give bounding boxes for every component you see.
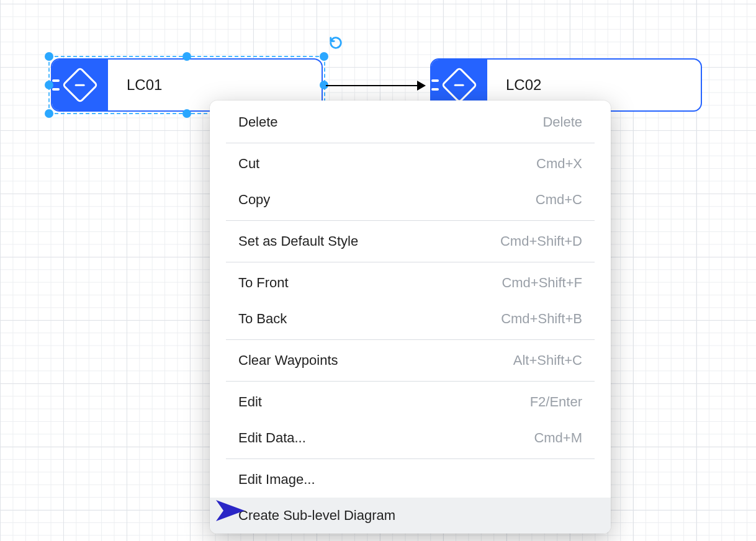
menu-separator: [226, 220, 595, 221]
menu-item-clear-waypoints[interactable]: Clear WaypointsAlt+Shift+C: [210, 342, 611, 378]
selection-handle-s[interactable]: [182, 109, 191, 118]
menu-item-label: To Back: [238, 311, 287, 327]
selection-handle-w[interactable]: [45, 81, 53, 89]
node-lc01-label: LC01: [108, 76, 322, 94]
menu-item-copy[interactable]: CopyCmd+C: [210, 182, 611, 218]
menu-separator: [226, 458, 595, 459]
menu-item-shortcut: F2/Enter: [530, 394, 582, 410]
menu-item-shortcut: Cmd+C: [536, 192, 582, 208]
selection-handle-nw[interactable]: [45, 52, 53, 61]
menu-item-edit-data[interactable]: Edit Data...Cmd+M: [210, 420, 611, 456]
edge-lc01-lc02[interactable]: [326, 85, 418, 86]
edge-lc01-lc02-arrowhead: [417, 81, 426, 91]
menu-item-label: Clear Waypoints: [238, 352, 338, 369]
menu-item-to-back[interactable]: To BackCmd+Shift+B: [210, 301, 611, 337]
node-lc01-icon-slot: [52, 60, 108, 110]
menu-item-shortcut: Alt+Shift+C: [513, 352, 582, 369]
menu-item-shortcut: Cmd+Shift+F: [502, 275, 582, 291]
selection-handle-ne[interactable]: [320, 52, 328, 61]
annotation-arrow-icon: [173, 496, 247, 527]
diamond-icon: [61, 66, 98, 103]
menu-item-create-sub-level-diagram[interactable]: Create Sub-level Diagram: [210, 498, 611, 534]
menu-item-shortcut: Cmd+Shift+D: [500, 233, 582, 249]
menu-separator: [226, 262, 595, 262]
menu-item-label: Delete: [238, 114, 278, 130]
selection-handle-sw[interactable]: [45, 109, 53, 118]
selection-handle-n[interactable]: [182, 52, 191, 61]
menu-item-delete[interactable]: DeleteDelete: [210, 104, 611, 140]
menu-item-shortcut: Cmd+M: [534, 430, 582, 446]
menu-item-label: To Front: [238, 275, 289, 291]
context-menu[interactable]: DeleteDeleteCutCmd+XCopyCmd+CSet as Defa…: [210, 101, 611, 534]
menu-item-shortcut: Cmd+X: [536, 156, 582, 172]
menu-item-shortcut: Cmd+Shift+B: [501, 311, 582, 327]
menu-separator: [226, 339, 595, 340]
menu-item-label: Edit: [238, 394, 262, 410]
menu-item-edit[interactable]: EditF2/Enter: [210, 384, 611, 420]
menu-separator: [226, 381, 595, 382]
menu-item-to-front[interactable]: To FrontCmd+Shift+F: [210, 265, 611, 301]
menu-item-set-as-default-style[interactable]: Set as Default StyleCmd+Shift+D: [210, 223, 611, 259]
menu-item-cut[interactable]: CutCmd+X: [210, 146, 611, 182]
menu-item-label: Set as Default Style: [238, 233, 358, 249]
menu-item-label: Copy: [238, 192, 270, 208]
rotate-handle-icon[interactable]: [329, 36, 343, 52]
menu-item-label: Cut: [238, 156, 259, 172]
menu-item-shortcut: Delete: [542, 114, 582, 130]
node-lc02-label: LC02: [487, 76, 701, 94]
menu-separator: [226, 143, 595, 143]
diamond-icon: [441, 66, 477, 103]
menu-item-label: Edit Data...: [238, 430, 306, 446]
menu-item-label: Create Sub-level Diagram: [238, 507, 395, 524]
menu-item-label: Edit Image...: [238, 472, 315, 488]
menu-item-edit-image[interactable]: Edit Image...: [210, 462, 611, 498]
